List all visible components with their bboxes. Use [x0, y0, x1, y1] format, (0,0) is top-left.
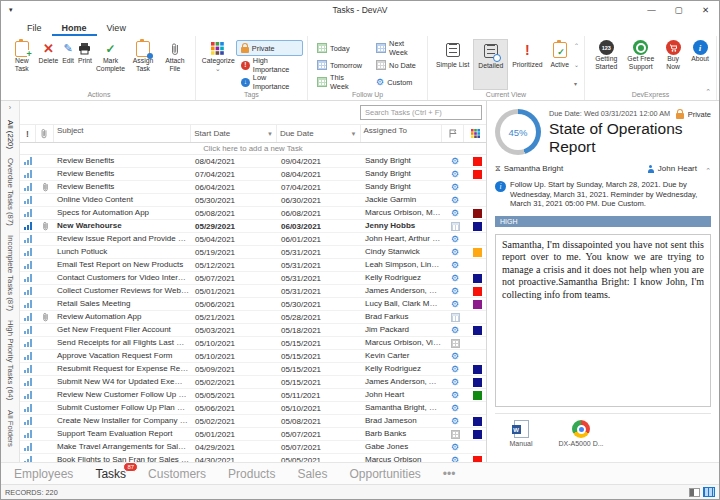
task-row[interactable]: Retail Sales Meeting05/06/202105/30/2021…: [20, 298, 486, 311]
task-message[interactable]: Samantha, I'm dissapointed you have not …: [495, 234, 711, 407]
module-nav-item[interactable]: Sales: [286, 467, 338, 481]
sidebar-tab[interactable]: Incomplete Tasks (87): [6, 235, 15, 311]
category-column-header[interactable]: [464, 125, 486, 142]
gear-flag-icon[interactable]: ⚙: [444, 183, 466, 192]
mark-complete-button[interactable]: ✓ Mark Complete: [94, 39, 127, 90]
sidebar-tab[interactable]: All Folders: [6, 410, 15, 447]
module-nav-item[interactable]: Customers: [137, 467, 217, 481]
task-row[interactable]: Review Issue Report and Provide Workarou…: [20, 233, 486, 246]
module-nav-item[interactable]: Tasks87: [84, 467, 137, 481]
gear-flag-icon[interactable]: ⚙: [444, 326, 466, 335]
calendar-flag-icon[interactable]: [444, 222, 466, 231]
tab-view[interactable]: View: [97, 23, 136, 36]
tab-home[interactable]: Home: [52, 23, 97, 36]
gear-flag-icon[interactable]: ⚙: [444, 157, 466, 166]
task-row[interactable]: Approve Vacation Request Form05/10/20210…: [20, 350, 486, 363]
gear-flag-icon[interactable]: ⚙: [444, 170, 466, 179]
attachment-item[interactable]: Manual: [497, 420, 545, 458]
gear-flag-icon[interactable]: ⚙: [444, 235, 466, 244]
active-view-button[interactable]: ✓ Active: [546, 39, 573, 90]
this-week-button[interactable]: This Week: [312, 74, 367, 90]
print-button[interactable]: Print: [76, 39, 94, 90]
assign-task-button[interactable]: Assign Task: [127, 39, 159, 90]
gear-flag-icon[interactable]: ⚙: [444, 274, 466, 283]
task-row[interactable]: Email Test Report on New Products05/12/2…: [20, 259, 486, 272]
grid-view-toggle-icon[interactable]: [703, 487, 715, 497]
task-row[interactable]: Make Travel Arrangements for Sales Trip …: [20, 441, 486, 454]
gear-flag-icon[interactable]: ⚙: [444, 248, 466, 257]
grid-flag-icon[interactable]: [444, 430, 466, 439]
detailed-view-button[interactable]: Detailed: [473, 39, 508, 90]
sidebar-tab[interactable]: All (220): [6, 120, 15, 149]
gallery-scroll-buttons[interactable]: ⌃⌄▾: [573, 39, 580, 90]
attachment-item[interactable]: DX-A5000 D...: [557, 420, 605, 458]
task-row[interactable]: Lunch Potluck05/19/202105/31/2021Cindy S…: [20, 246, 486, 259]
task-row[interactable]: Collect Customer Reviews for Website05/0…: [20, 285, 486, 298]
task-row[interactable]: Review Benefits06/04/202107/04/2021Sandy…: [20, 181, 486, 194]
gear-flag-icon[interactable]: ⚙: [444, 261, 466, 270]
sidebar-expand-chevron[interactable]: ›: [9, 104, 11, 111]
close-button[interactable]: ✕: [692, 1, 719, 19]
task-row[interactable]: Online Video Content05/30/202106/30/2021…: [20, 194, 486, 207]
detail-collapse-chevron[interactable]: ⌃: [705, 167, 711, 175]
gear-flag-icon[interactable]: ⚙: [444, 287, 466, 296]
gear-flag-icon[interactable]: ⚙: [444, 209, 466, 218]
due-date-column-header[interactable]: Due Date▼: [277, 125, 361, 142]
next-week-button[interactable]: Next Week: [371, 40, 423, 56]
gear-flag-icon[interactable]: ⚙: [444, 391, 466, 400]
gear-flag-icon[interactable]: ⚙: [444, 443, 466, 452]
low-importance-button[interactable]: ↓ Low Importance: [236, 74, 303, 90]
gear-flag-icon[interactable]: ⚙: [444, 365, 466, 374]
minimize-button[interactable]: —: [638, 1, 665, 19]
task-row[interactable]: Submit Customer Follow Up Plan Feedback0…: [20, 402, 486, 415]
no-date-button[interactable]: No Date: [371, 57, 423, 73]
high-importance-button[interactable]: ! High Importance: [236, 57, 303, 73]
categorize-button[interactable]: Categorize ⌄: [200, 39, 236, 90]
calendar-flag-icon[interactable]: [444, 313, 466, 322]
assigned-to-column-header[interactable]: Assigned To: [361, 125, 443, 142]
reading-pane-toggle-icon[interactable]: [689, 488, 700, 497]
edit-button[interactable]: ✎ Edit: [60, 39, 76, 90]
sidebar-tab[interactable]: High Priority Tasks (64): [6, 320, 15, 400]
gear-flag-icon[interactable]: ⚙: [444, 417, 466, 426]
gear-flag-icon[interactable]: ⚙: [444, 378, 466, 387]
gear-flag-icon[interactable]: ⚙: [444, 404, 466, 413]
task-row[interactable]: Create New Installer for Company Wide Ap…: [20, 415, 486, 428]
task-row[interactable]: Support Team Evaluation Report05/01/2021…: [20, 428, 486, 441]
module-nav-item[interactable]: Employees: [3, 467, 84, 481]
flag-column-header[interactable]: [442, 125, 464, 142]
app-icon[interactable]: ▾: [9, 6, 13, 14]
new-task-row[interactable]: Click here to add a new Task: [20, 143, 486, 155]
task-row[interactable]: Review Benefits08/04/202109/04/2021Sandy…: [20, 155, 486, 168]
attach-file-button[interactable]: Attach File: [159, 39, 191, 90]
about-button[interactable]: i About: [688, 39, 712, 90]
task-row[interactable]: Review New Customer Follow Up Plan05/05/…: [20, 389, 486, 402]
private-button[interactable]: Private: [236, 40, 303, 56]
getting-started-button[interactable]: 123 Getting Started: [589, 39, 624, 90]
gear-flag-icon[interactable]: ⚙: [444, 300, 466, 309]
task-row[interactable]: Contact Customers for Video Interviews05…: [20, 272, 486, 285]
priority-column-header[interactable]: !: [20, 125, 36, 142]
delete-button[interactable]: ✕ Delete: [37, 39, 61, 90]
task-row[interactable]: Get New Frequent Flier Account05/03/2021…: [20, 324, 486, 337]
task-row[interactable]: Send Receipts for all Flights Last Month…: [20, 337, 486, 350]
ribbon-collapse-chevron[interactable]: ⌃: [705, 88, 711, 96]
today-button[interactable]: Today: [312, 40, 367, 56]
search-input[interactable]: [360, 105, 482, 120]
start-date-column-header[interactable]: Start Date▼: [191, 125, 277, 142]
task-row[interactable]: Specs for Automation App05/08/202106/08/…: [20, 207, 486, 220]
module-nav-item[interactable]: •••: [432, 467, 467, 481]
sidebar-tab[interactable]: Overdue Tasks (87): [6, 158, 15, 226]
subject-column-header[interactable]: Subject: [54, 125, 191, 142]
prioritized-view-button[interactable]: ! Prioritized: [508, 39, 546, 90]
new-task-button[interactable]: + New Task: [7, 39, 37, 90]
task-row[interactable]: Review Benefits07/04/202108/04/2021Sandy…: [20, 168, 486, 181]
buy-now-button[interactable]: Buy Now: [658, 39, 688, 90]
simple-list-view-button[interactable]: Simple List: [432, 39, 473, 90]
gear-flag-icon[interactable]: ⚙: [444, 196, 466, 205]
task-row[interactable]: Resubmit Request for Expense Reimburseme…: [20, 363, 486, 376]
get-free-support-button[interactable]: Get Free Support: [624, 39, 659, 90]
task-row[interactable]: New Warehourse05/29/202106/03/2021Jenny …: [20, 220, 486, 233]
task-row[interactable]: Submit New W4 for Updated Exemptions05/0…: [20, 376, 486, 389]
grid-flag-icon[interactable]: [444, 339, 466, 348]
